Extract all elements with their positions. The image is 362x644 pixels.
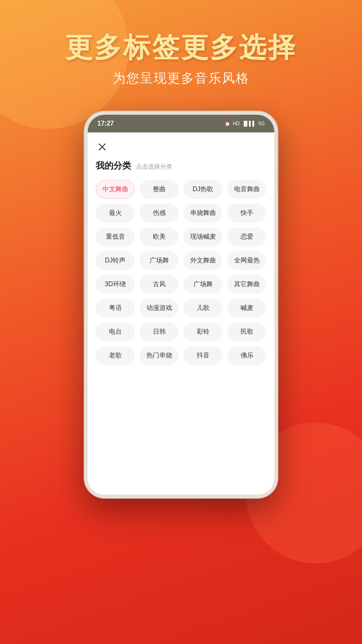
tag-item[interactable]: DJ热歌 bbox=[183, 180, 222, 199]
tag-item[interactable]: 日韩 bbox=[140, 322, 179, 341]
tag-item[interactable]: 喊麦 bbox=[227, 299, 266, 318]
tags-row-3: DJ铃声广场舞外文舞曲全网最热 bbox=[96, 251, 266, 270]
tags-row-0: 中文舞曲整曲DJ热歌电音舞曲 bbox=[96, 180, 266, 199]
tag-item[interactable]: 串烧舞曲 bbox=[183, 204, 222, 223]
tag-item[interactable]: 中文舞曲 bbox=[96, 180, 135, 199]
tag-item[interactable]: 广场舞 bbox=[140, 251, 179, 270]
tag-item[interactable]: 抖音 bbox=[183, 346, 222, 365]
tag-item[interactable]: 彩铃 bbox=[183, 322, 222, 341]
tag-item[interactable]: 儿歌 bbox=[183, 299, 222, 318]
hd-icon: HD bbox=[233, 121, 240, 126]
tag-item[interactable]: 古风 bbox=[140, 275, 179, 294]
screen-content: 我的分类 点击选择分类 中文舞曲整曲DJ热歌电音舞曲最火伤感串烧舞曲快手重低音欧… bbox=[88, 132, 274, 495]
tag-item[interactable]: 广场舞 bbox=[183, 275, 222, 294]
tag-item[interactable]: 恋爱 bbox=[227, 227, 266, 246]
tag-item[interactable]: 现场喊麦 bbox=[183, 227, 222, 246]
section-title: 我的分类 bbox=[96, 160, 131, 172]
tag-item[interactable]: 全网最热 bbox=[227, 251, 266, 270]
main-title: 更多标签更多选择 bbox=[65, 32, 297, 62]
tags-container: 中文舞曲整曲DJ热歌电音舞曲最火伤感串烧舞曲快手重低音欧美现场喊麦恋爱DJ铃声广… bbox=[96, 180, 266, 487]
tag-item[interactable]: 电音舞曲 bbox=[227, 180, 266, 199]
tag-item[interactable]: 伤感 bbox=[140, 204, 179, 223]
status-bar: 17:27 ⏰ HD ▐▌▌▌ 5G bbox=[88, 115, 274, 132]
phone-frame: 17:27 ⏰ HD ▐▌▌▌ 5G 我的分类 点击选择分类 bbox=[84, 111, 278, 498]
signal-icon: ▐▌▌▌ bbox=[242, 121, 256, 126]
tags-row-5: 粤语动漫游戏儿歌喊麦 bbox=[96, 299, 266, 318]
tag-item[interactable]: 民歌 bbox=[227, 322, 266, 341]
sub-title: 为您呈现更多音乐风格 bbox=[65, 70, 297, 87]
tag-item[interactable]: 3D环绕 bbox=[96, 275, 135, 294]
tag-item[interactable]: 最火 bbox=[96, 204, 135, 223]
alarm-icon: ⏰ bbox=[224, 121, 230, 126]
tag-item[interactable]: 老歌 bbox=[96, 346, 135, 365]
status-time: 17:27 bbox=[97, 120, 114, 127]
tag-item[interactable]: 欧美 bbox=[140, 227, 179, 246]
tag-item[interactable]: 整曲 bbox=[140, 180, 179, 199]
tag-item[interactable]: 电台 bbox=[96, 322, 135, 341]
tag-item[interactable]: 热门串烧 bbox=[140, 346, 179, 365]
tag-item[interactable]: 粤语 bbox=[96, 299, 135, 318]
section-hint: 点击选择分类 bbox=[136, 163, 172, 171]
tag-item[interactable]: 佛乐 bbox=[227, 346, 266, 365]
tags-row-7: 老歌热门串烧抖音佛乐 bbox=[96, 346, 266, 365]
header-section: 更多标签更多选择 为您呈现更多音乐风格 bbox=[65, 32, 297, 87]
tag-item[interactable]: 快手 bbox=[227, 204, 266, 223]
tags-row-4: 3D环绕古风广场舞其它舞曲 bbox=[96, 275, 266, 294]
tag-item[interactable]: 其它舞曲 bbox=[227, 275, 266, 294]
tag-item[interactable]: 重低音 bbox=[96, 227, 135, 246]
network-icon: 5G bbox=[258, 121, 265, 126]
tag-item[interactable]: DJ铃声 bbox=[96, 251, 135, 270]
tag-item[interactable]: 外文舞曲 bbox=[183, 251, 222, 270]
section-header: 我的分类 点击选择分类 bbox=[96, 160, 266, 172]
tag-item[interactable]: 动漫游戏 bbox=[140, 299, 179, 318]
tags-row-6: 电台日韩彩铃民歌 bbox=[96, 322, 266, 341]
close-button[interactable] bbox=[96, 140, 109, 153]
tags-row-1: 最火伤感串烧舞曲快手 bbox=[96, 204, 266, 223]
status-icons: ⏰ HD ▐▌▌▌ 5G bbox=[224, 121, 265, 126]
tags-row-2: 重低音欧美现场喊麦恋爱 bbox=[96, 227, 266, 246]
phone-mockup: 17:27 ⏰ HD ▐▌▌▌ 5G 我的分类 点击选择分类 bbox=[84, 111, 278, 498]
